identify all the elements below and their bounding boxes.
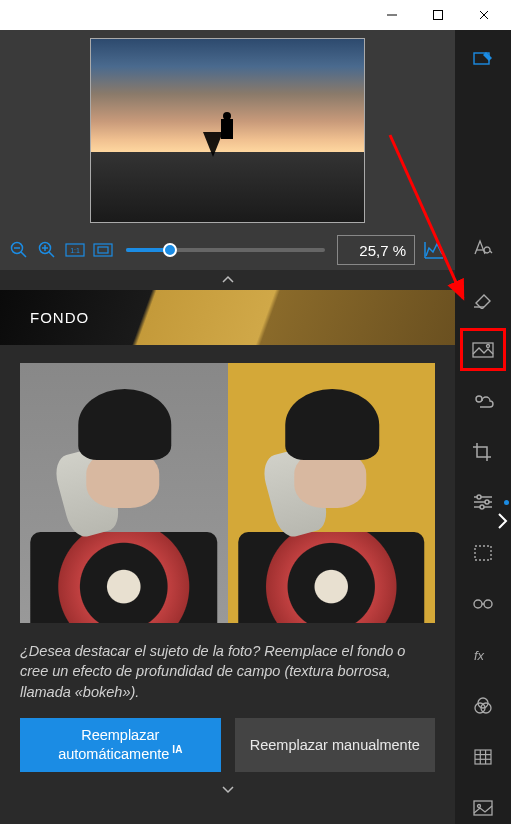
replace-manual-button[interactable]: Reemplazar manualmente bbox=[235, 718, 436, 772]
preview-image[interactable] bbox=[90, 38, 365, 223]
grid-tool-icon[interactable] bbox=[465, 740, 501, 773]
edit-tool-icon[interactable] bbox=[465, 44, 501, 77]
zoom-1to1-icon[interactable]: 1:1 bbox=[64, 239, 86, 261]
glasses-tool-icon[interactable] bbox=[465, 588, 501, 621]
svg-point-19 bbox=[487, 344, 490, 347]
crop-tool-icon[interactable] bbox=[465, 435, 501, 468]
svg-rect-1 bbox=[434, 11, 443, 20]
marquee-tool-icon[interactable] bbox=[465, 537, 501, 570]
zoom-in-icon[interactable] bbox=[36, 239, 58, 261]
svg-line-8 bbox=[49, 252, 54, 257]
section-title: FONDO bbox=[30, 309, 89, 326]
svg-point-29 bbox=[484, 600, 492, 608]
preview-canvas-area bbox=[0, 30, 455, 230]
svg-point-41 bbox=[478, 804, 481, 807]
window-minimize-button[interactable] bbox=[369, 0, 415, 30]
text-tool-icon[interactable] bbox=[465, 232, 501, 265]
zoom-toolbar: 1:1 25,7 % bbox=[0, 230, 455, 270]
zoom-value-input[interactable]: 25,7 % bbox=[337, 235, 415, 265]
svg-point-28 bbox=[474, 600, 482, 608]
background-panel: ¿Desea destacar el sujeto de la foto? Re… bbox=[0, 345, 455, 824]
eraser-tool-icon[interactable] bbox=[465, 282, 501, 315]
right-toolbar: fx bbox=[455, 30, 511, 824]
window-maximize-button[interactable] bbox=[415, 0, 461, 30]
svg-point-26 bbox=[480, 505, 484, 509]
collapse-down-button[interactable] bbox=[20, 778, 435, 800]
example-image bbox=[20, 363, 435, 623]
fx-tool-icon[interactable]: fx bbox=[465, 639, 501, 672]
weather-tool-icon[interactable] bbox=[465, 384, 501, 417]
svg-point-22 bbox=[477, 495, 481, 499]
svg-line-5 bbox=[21, 252, 26, 257]
venn-tool-icon[interactable] bbox=[465, 689, 501, 722]
replace-manual-label: Reemplazar manualmente bbox=[250, 736, 420, 754]
image-tool-icon[interactable] bbox=[465, 791, 501, 824]
zoom-slider[interactable] bbox=[126, 248, 325, 252]
svg-point-24 bbox=[485, 500, 489, 504]
svg-point-20 bbox=[476, 396, 482, 402]
replace-auto-button[interactable]: Reemplazar automáticamenteIA bbox=[20, 718, 221, 772]
svg-rect-35 bbox=[475, 750, 491, 764]
zoom-out-icon[interactable] bbox=[8, 239, 30, 261]
svg-rect-18 bbox=[473, 343, 493, 357]
replace-auto-label: Reemplazar automáticamente bbox=[58, 727, 169, 762]
window-close-button[interactable] bbox=[461, 0, 507, 30]
svg-text:1:1: 1:1 bbox=[70, 247, 80, 254]
background-tool-icon[interactable] bbox=[465, 333, 501, 366]
panel-description: ¿Desea destacar el sujeto de la foto? Re… bbox=[20, 641, 435, 702]
collapse-up-button[interactable] bbox=[0, 270, 455, 290]
svg-text:fx: fx bbox=[474, 648, 485, 663]
histogram-icon[interactable] bbox=[421, 237, 447, 263]
sliders-active-dot bbox=[504, 500, 509, 505]
svg-rect-27 bbox=[475, 546, 491, 560]
ia-badge: IA bbox=[172, 744, 182, 755]
svg-rect-14 bbox=[98, 247, 108, 253]
section-header: FONDO bbox=[0, 290, 455, 345]
svg-rect-13 bbox=[94, 244, 112, 256]
zoom-fit-icon[interactable] bbox=[92, 239, 114, 261]
expand-right-chevron-icon[interactable] bbox=[495, 510, 509, 536]
